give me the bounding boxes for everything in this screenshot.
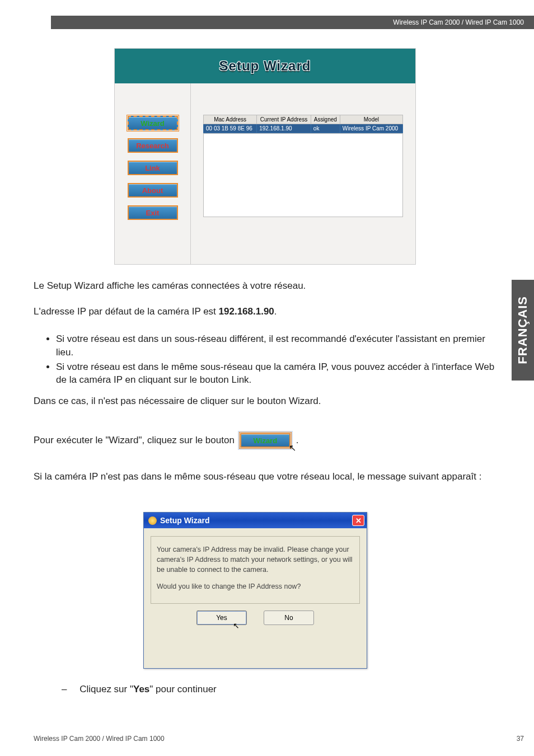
paragraph-intro: Le Setup Wizard affiche les caméras conn… [34,280,500,293]
p2-part-a: L'adresse IP par défaut de la caméra IP … [34,306,219,317]
dialog-app-icon [148,516,157,525]
click-yes-line: – Cliquez sur "Yes" pour continuer [62,684,500,695]
paragraph-message: Si la caméra IP n'est pas dans le même s… [34,470,500,483]
paragraph-no-wizard: Dans ce cas, il n'est pas nécessaire de … [34,395,500,408]
about-button[interactable]: About [128,183,178,198]
col-assigned: Assigned [311,115,340,124]
table-row[interactable]: 00 03 1B 59 8E 96 192.168.1.90 ok Wirele… [204,124,403,133]
no-button[interactable]: No [264,611,314,625]
dialog-msg1: Your camera's IP Address may be invalid.… [157,544,354,575]
p4-part-a: Pour exécuter le "Wizard", cliquez sur l… [34,435,235,446]
list-item: Si votre réseau est dans le même sous-ré… [56,360,500,387]
dialog-inner: Your camera's IP Address may be invalid.… [144,528,367,631]
spacer [157,575,354,581]
header-product: Wireless IP Cam 2000 / Wired IP Cam 1000 [393,18,524,26]
setup-wizard-body: Wizard Research Link About Exit Mac Addr… [115,83,415,264]
header-bar: Wireless IP Cam 2000 / Wired IP Cam 1000 [51,16,534,29]
footer-left: Wireless IP Cam 2000 / Wired IP Cam 1000 [34,735,165,743]
inline-wizard-button[interactable]: Wizard [240,433,291,448]
dialog-buttons: Yes ↖ No [151,604,360,626]
wizard-button[interactable]: Wizard [128,116,178,130]
paragraph-click-wizard: Pour exécuter le "Wizard", cliquez sur l… [34,431,500,450]
dialog-titlebar: Setup Wizard ✕ [144,513,367,528]
no-button-label: No [284,614,293,622]
cell-ip: 192.168.1.90 [257,124,311,133]
col-model: Model [340,115,402,124]
yes-button-label: Yes [216,614,227,622]
list-item: Si votre réseau est dans un sous-réseau … [56,332,500,359]
setup-wizard-content: Mac Address Current IP Address Assigned … [191,83,415,264]
close-icon[interactable]: ✕ [352,515,364,526]
camera-table: Mac Address Current IP Address Assigned … [203,115,403,133]
link-button[interactable]: Link [128,161,178,175]
ip-invalid-dialog: Setup Wizard ✕ Your camera's IP Address … [143,512,367,669]
setup-wizard-screenshot: Setup Wizard Wizard Research Link About … [114,48,416,265]
language-tab-label: FRANÇAIS [516,296,530,364]
setup-wizard-sidebar: Wizard Research Link About Exit [115,83,191,264]
cell-mac: 00 03 1B 59 8E 96 [204,124,257,133]
cursor-icon: ↖ [289,443,296,453]
research-button[interactable]: Research [128,138,178,153]
table-header-row: Mac Address Current IP Address Assigned … [204,115,403,124]
footer: Wireless IP Cam 2000 / Wired IP Cam 1000… [34,735,524,743]
inline-wizard-wrap: Wizard ↖ [238,431,293,450]
paragraph-default-ip: L'adresse IP par défaut de la caméra IP … [34,306,500,318]
exit-button[interactable]: Exit [128,205,178,220]
col-ip: Current IP Address [257,115,311,124]
dash: – [62,684,67,694]
cell-model: Wireless IP Cam 2000 [340,124,402,133]
page: Wireless IP Cam 2000 / Wired IP Cam 1000… [0,0,534,756]
col-mac: Mac Address [204,115,257,124]
final-yes: Yes [133,684,149,694]
cursor-icon: ↖ [233,621,240,630]
footer-page: 37 [517,735,524,743]
camera-listbox[interactable] [203,133,403,217]
cell-assigned: ok [311,124,340,133]
default-ip-value: 192.168.1.90 [219,306,274,317]
bullet-list: Si votre réseau est dans un sous-réseau … [34,332,500,388]
dialog-msg2: Would you like to change the IP Address … [157,581,354,591]
p2-part-c: . [274,306,277,317]
setup-wizard-title: Setup Wizard [219,58,311,74]
final-a: Cliquez sur " [79,684,133,694]
final-c: " pour continuer [149,684,216,694]
setup-wizard-titlebar: Setup Wizard [115,49,415,83]
language-tab: FRANÇAIS [512,280,534,381]
dialog-message-box: Your camera's IP Address may be invalid.… [151,536,360,604]
dialog-title: Setup Wizard [160,516,352,525]
p4-part-b: . [296,435,299,446]
yes-button[interactable]: Yes ↖ [196,611,247,625]
